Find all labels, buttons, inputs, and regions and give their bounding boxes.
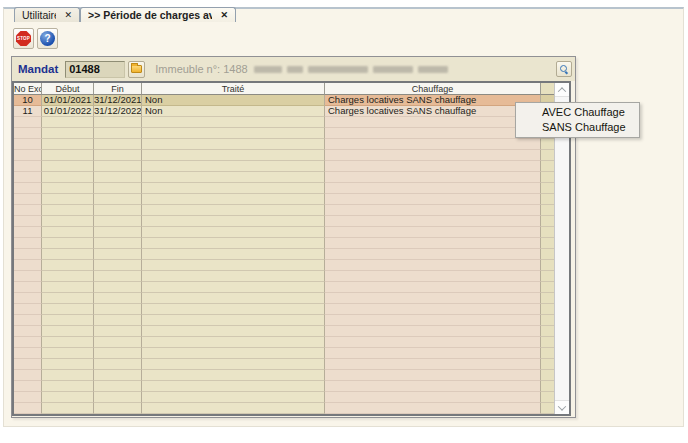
stop-button[interactable]: STOP bbox=[13, 28, 34, 49]
cell-fin bbox=[94, 161, 142, 172]
chauffage-context-menu: AVEC Chauffage SANS Chauffage bbox=[515, 102, 640, 138]
cell-chauffage bbox=[325, 216, 541, 227]
cell-traite bbox=[142, 304, 325, 315]
cell-filler bbox=[541, 238, 554, 249]
toolbar: STOP ? bbox=[13, 28, 58, 49]
cell-debut bbox=[42, 249, 94, 260]
cell-filler bbox=[541, 381, 554, 392]
cell-filler bbox=[541, 315, 554, 326]
cell-debut bbox=[42, 304, 94, 315]
cell-traite bbox=[142, 128, 325, 139]
cell-traite bbox=[142, 260, 325, 271]
cell-no-exo: 10 bbox=[14, 95, 42, 106]
tab-periode-charges[interactable]: >> Période de charges avec o... ✕ bbox=[80, 7, 236, 22]
cell-chauffage bbox=[325, 194, 541, 205]
cell-fin bbox=[94, 139, 142, 150]
cell-chauffage: Charges locatives SANS chauffage bbox=[325, 106, 541, 117]
cell-chauffage: Charges locatives SANS chauffage bbox=[325, 95, 541, 106]
cell-no-exo bbox=[14, 183, 42, 194]
table-row-empty bbox=[14, 161, 554, 172]
cell-traite bbox=[142, 326, 325, 337]
cell-chauffage bbox=[325, 293, 541, 304]
cell-fin bbox=[94, 271, 142, 282]
cell-traite: Non bbox=[142, 95, 325, 106]
magnifier-icon bbox=[560, 65, 568, 73]
column-header-filler bbox=[541, 83, 554, 95]
column-header-fin: Fin bbox=[94, 83, 142, 95]
table-row-empty bbox=[14, 381, 554, 392]
table-row-empty bbox=[14, 348, 554, 359]
cell-filler bbox=[541, 172, 554, 183]
close-icon[interactable]: ✕ bbox=[220, 11, 228, 20]
table-row[interactable]: 1001/01/202131/12/2021NonCharges locativ… bbox=[14, 95, 554, 106]
cell-debut bbox=[42, 370, 94, 381]
cell-debut bbox=[42, 216, 94, 227]
table-row[interactable]: 1101/01/202231/12/2022NonCharges locativ… bbox=[14, 106, 554, 117]
cell-chauffage bbox=[325, 227, 541, 238]
cell-chauffage bbox=[325, 381, 541, 392]
cell-filler bbox=[541, 304, 554, 315]
mandat-input[interactable] bbox=[65, 61, 125, 78]
tab-utilitaires[interactable]: Utilitaires ✕ bbox=[14, 7, 80, 22]
cell-chauffage bbox=[325, 260, 541, 271]
cell-chauffage bbox=[325, 359, 541, 370]
cell-no-exo bbox=[14, 260, 42, 271]
cell-no-exo bbox=[14, 337, 42, 348]
cell-fin bbox=[94, 359, 142, 370]
table-row-empty bbox=[14, 403, 554, 414]
menu-item-avec-chauffage[interactable]: AVEC Chauffage bbox=[516, 105, 639, 120]
cell-no-exo bbox=[14, 271, 42, 282]
cell-filler bbox=[541, 205, 554, 216]
help-icon: ? bbox=[40, 31, 55, 46]
cell-chauffage bbox=[325, 238, 541, 249]
column-header-chauffage: Chauffage bbox=[325, 83, 541, 95]
cell-no-exo bbox=[14, 381, 42, 392]
stop-icon: STOP bbox=[16, 31, 31, 46]
menu-item-sans-chauffage[interactable]: SANS Chauffage bbox=[516, 120, 639, 135]
cell-chauffage bbox=[325, 348, 541, 359]
cell-chauffage bbox=[325, 205, 541, 216]
cell-traite: Non bbox=[142, 106, 325, 117]
cell-filler bbox=[541, 403, 554, 414]
cell-filler bbox=[541, 370, 554, 381]
immeuble-label: Immeuble n°: 1488 bbox=[155, 63, 247, 75]
folder-icon bbox=[131, 65, 142, 73]
cell-traite bbox=[142, 183, 325, 194]
search-button[interactable] bbox=[556, 61, 572, 77]
cell-traite bbox=[142, 249, 325, 260]
table-row-empty bbox=[14, 282, 554, 293]
cell-fin bbox=[94, 183, 142, 194]
close-icon[interactable]: ✕ bbox=[64, 11, 72, 20]
cell-fin bbox=[94, 249, 142, 260]
cell-fin bbox=[94, 392, 142, 403]
cell-filler bbox=[541, 150, 554, 161]
cell-no-exo bbox=[14, 205, 42, 216]
scroll-down-button[interactable] bbox=[555, 400, 569, 414]
cell-chauffage bbox=[325, 249, 541, 260]
cell-traite bbox=[142, 370, 325, 381]
cell-fin bbox=[94, 304, 142, 315]
cell-no-exo bbox=[14, 117, 42, 128]
cell-filler bbox=[541, 194, 554, 205]
folder-button[interactable] bbox=[128, 61, 145, 78]
cell-filler bbox=[541, 271, 554, 282]
table-row-empty bbox=[14, 183, 554, 194]
cell-fin bbox=[94, 337, 142, 348]
cell-traite bbox=[142, 337, 325, 348]
scroll-up-button[interactable] bbox=[555, 83, 569, 97]
table-row-empty bbox=[14, 194, 554, 205]
cell-traite bbox=[142, 348, 325, 359]
mandat-bar: Mandat Immeuble n°: 1488 bbox=[12, 57, 575, 81]
cell-fin bbox=[94, 238, 142, 249]
cell-chauffage bbox=[325, 282, 541, 293]
tab-label: >> Période de charges avec o... bbox=[88, 9, 212, 21]
cell-debut bbox=[42, 403, 94, 414]
cell-fin bbox=[94, 150, 142, 161]
help-button[interactable]: ? bbox=[37, 28, 58, 49]
cell-fin bbox=[94, 117, 142, 128]
table-row-empty bbox=[14, 359, 554, 370]
cell-chauffage bbox=[325, 392, 541, 403]
cell-filler bbox=[541, 227, 554, 238]
column-header-traite: Traité bbox=[142, 83, 325, 95]
cell-debut bbox=[42, 227, 94, 238]
